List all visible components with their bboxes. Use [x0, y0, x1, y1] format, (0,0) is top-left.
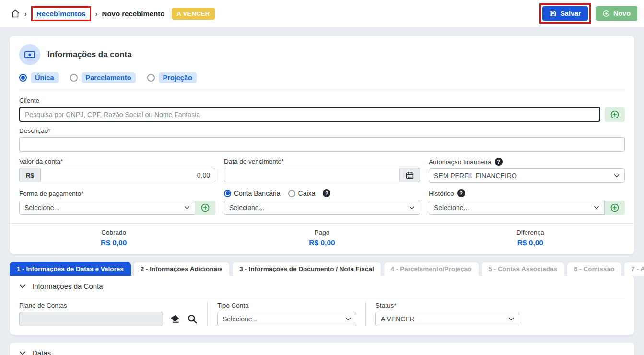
datas-card: Datas	[10, 343, 634, 355]
floppy-icon	[549, 10, 557, 17]
home-icon[interactable]	[11, 9, 20, 18]
summary-pago: Pago R$ 0,00	[218, 229, 426, 247]
status-badge: A VENCER	[172, 8, 214, 20]
tab-4-parcelamento-projecao: 4 - Parcelamento/Projeção	[384, 262, 479, 276]
radio-icon	[288, 190, 295, 197]
calendar-icon	[406, 171, 414, 179]
search-icon[interactable]	[187, 314, 198, 324]
top-bar: › Recebimentos › Novo recebimento A VENC…	[0, 0, 644, 27]
radio-unica[interactable]: Única	[19, 72, 59, 83]
status-select[interactable]: A VENCER	[375, 312, 519, 326]
radio-conta-bancaria[interactable]: Conta Bancária	[224, 189, 281, 197]
tab-2-informacoes-adicionais[interactable]: 2 - Informações Adicionais	[133, 262, 230, 276]
chevron-down-icon	[19, 283, 26, 290]
tipo-conta-field: Tipo Conta Selecione...	[207, 302, 365, 326]
account-type-radios: Única Parcelamento Projeção	[19, 72, 625, 83]
eraser-icon[interactable]	[170, 314, 180, 324]
tab-1-datas-valores[interactable]: 1 - Informações de Datas e Valores	[10, 262, 131, 276]
help-icon[interactable]: ?	[457, 189, 465, 197]
chevron-down-icon	[614, 173, 620, 178]
conta-bancaria-select[interactable]: Selecione...	[224, 201, 420, 215]
tab-6-comissao: 6 - Comissão	[567, 262, 621, 276]
summary-cobrado: Cobrado R$ 0,00	[10, 229, 218, 247]
breadcrumb-separator: ›	[95, 10, 98, 18]
add-cliente-button[interactable]	[605, 107, 625, 122]
tab-7-anexos: 7 - Anexos	[624, 262, 644, 276]
top-actions: Salvar Novo	[539, 3, 637, 24]
plus-circle-icon	[610, 110, 620, 119]
valor-input[interactable]	[40, 168, 215, 182]
radio-icon	[19, 74, 27, 82]
chevron-down-icon	[409, 205, 415, 211]
calendar-button[interactable]	[400, 168, 420, 182]
radio-icon	[224, 190, 231, 197]
radio-projecao[interactable]: Projeção	[147, 72, 197, 83]
forma-pagamento-field: Forma de pagamento* Selecione...	[19, 189, 215, 215]
summary-diferenca: Diferença R$ 0,00	[426, 229, 634, 247]
plus-circle-icon	[610, 203, 620, 213]
tab-3-documento-nota-fiscal[interactable]: 3 - Informações de Documento / Nota Fisc…	[232, 262, 381, 276]
help-icon[interactable]: ?	[323, 189, 330, 197]
chevron-down-icon	[594, 205, 599, 211]
annotation-box-recebimentos: Recebimentos	[31, 6, 91, 21]
descricao-input[interactable]	[19, 137, 625, 152]
totals-summary: Cobrado R$ 0,00 Pago R$ 0,00 Diferença R…	[10, 223, 634, 254]
valor-field: Valor da conta* R$	[19, 158, 215, 183]
plano-contas-input	[19, 312, 163, 326]
origem-field: Conta Bancária Caixa ? Selecione...	[224, 189, 420, 215]
add-forma-pagamento-button[interactable]	[195, 201, 215, 215]
chevron-down-icon	[19, 350, 26, 355]
breadcrumb-separator: ›	[24, 10, 27, 18]
breadcrumb-current: Novo recebimento	[102, 10, 165, 18]
forma-pagamento-select[interactable]: Selecione...	[19, 201, 195, 215]
status-field: Status* A VENCER	[365, 302, 625, 326]
plus-circle-icon	[602, 10, 610, 17]
plus-circle-icon	[200, 203, 210, 213]
radio-caixa[interactable]: Caixa	[288, 189, 316, 197]
tab-5-contas-associadas: 5 - Contas Associadas	[481, 262, 565, 276]
annotation-box-salvar: Salvar	[539, 3, 591, 24]
breadcrumb-link-recebimentos[interactable]: Recebimentos	[36, 10, 86, 18]
radio-icon	[147, 74, 155, 82]
breadcrumb: › Recebimentos › Novo recebimento A VENC…	[11, 6, 215, 21]
radio-icon	[70, 74, 78, 82]
section-datas[interactable]: Datas	[19, 349, 625, 355]
section-informacoes-da-conta[interactable]: Informações da Conta	[19, 282, 625, 290]
form-tabs: 1 - Informações de Datas e Valores 2 - I…	[10, 262, 634, 276]
help-icon[interactable]: ?	[495, 158, 503, 166]
tipo-conta-select[interactable]: Selecione...	[217, 312, 356, 326]
descricao-label: Descrição*	[19, 127, 625, 134]
radio-parcelamento[interactable]: Parcelamento	[70, 72, 136, 83]
chevron-down-icon	[508, 316, 514, 322]
vencimento-input[interactable]	[224, 168, 400, 182]
historico-field: Histórico ? Selecione...	[429, 189, 625, 215]
automacao-field: Automação financeira ? SEM PERFIL FINANC…	[429, 158, 625, 183]
chevron-down-icon	[184, 205, 190, 211]
tab-panel-card: Informações da Conta Plano de Contas Tip…	[10, 276, 634, 335]
cliente-label: Cliente	[19, 97, 625, 104]
card-title: Informações da conta	[47, 50, 132, 59]
banknote-icon	[19, 44, 40, 65]
new-button[interactable]: Novo	[596, 6, 637, 21]
account-info-card: Informações da conta Única Parcelamento …	[10, 36, 634, 254]
chevron-down-icon	[345, 316, 351, 322]
historico-select[interactable]: Selecione...	[429, 201, 605, 215]
automacao-select[interactable]: SEM PERFIL FINANCEIRO	[429, 168, 625, 183]
save-button[interactable]: Salvar	[542, 6, 588, 21]
cliente-search-input[interactable]	[19, 107, 600, 122]
plano-contas-field: Plano de Contas	[19, 302, 207, 326]
currency-prefix: R$	[19, 168, 40, 182]
vencimento-field: Data de vencimento*	[224, 158, 420, 183]
add-historico-button[interactable]	[605, 201, 625, 215]
